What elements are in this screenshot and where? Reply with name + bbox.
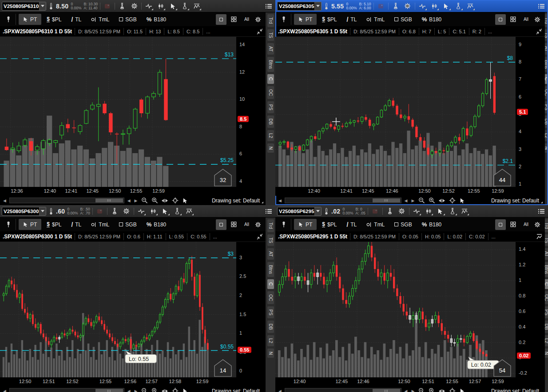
scrollbar-thumb[interactable] xyxy=(95,198,123,202)
chart-scrollbar[interactable] xyxy=(9,198,124,203)
toolbar-gear-icon[interactable] xyxy=(253,14,263,25)
chart-scrollbar[interactable] xyxy=(285,388,401,392)
chart-scrollbar[interactable] xyxy=(285,198,401,203)
cursor-tool-icon[interactable] xyxy=(160,207,170,216)
pt-tool-button[interactable]: PT xyxy=(294,14,317,25)
collapse-icon[interactable] xyxy=(254,28,266,35)
single-cell-layout-button[interactable] xyxy=(495,219,506,230)
chevron-down-icon[interactable] xyxy=(39,207,46,215)
sidebar-tab-c[interactable]: C xyxy=(545,74,548,83)
sidebar-tab-ts[interactable]: TS xyxy=(545,29,548,41)
sidebar-tab-oc[interactable]: OC xyxy=(267,86,274,99)
sidebar-tab-ts[interactable]: TS xyxy=(545,234,548,246)
sgb-tool-button[interactable]: SGB xyxy=(390,219,416,230)
notes-icon[interactable] xyxy=(376,2,386,11)
tml-tool-button[interactable]: TmL xyxy=(362,14,389,25)
sgb-tool-button[interactable]: SGB xyxy=(390,14,416,25)
grid-layout-icon[interactable] xyxy=(229,14,239,25)
sidebar-tab-btns[interactable]: Btns xyxy=(545,57,548,72)
sidebar-tab-at[interactable]: AT xyxy=(545,43,548,55)
drawings-icon[interactable] xyxy=(465,2,475,11)
analyze-flask-icon[interactable] xyxy=(110,207,119,216)
chevron-down-icon[interactable] xyxy=(314,207,321,215)
pan-horizontal-icon[interactable] xyxy=(161,197,169,205)
b180-tool-button[interactable]: %B180 xyxy=(142,14,171,25)
step-left-icon[interactable]: ◀ xyxy=(127,198,131,203)
sidebar-tab-db[interactable]: DB xyxy=(545,115,548,128)
sidebar-tab-c[interactable]: C xyxy=(267,279,274,289)
settings-gear-icon[interactable] xyxy=(397,207,407,216)
settings-gear-icon[interactable] xyxy=(122,207,131,216)
pin-icon[interactable] xyxy=(1,14,16,25)
grid-layout-icon[interactable] xyxy=(508,219,519,230)
toolbar-gear-icon[interactable] xyxy=(532,14,543,25)
chart-plot[interactable]: $3$0.55Lo: 0.5514 xyxy=(0,242,236,377)
sidebar-tab-trd[interactable]: Trd xyxy=(267,219,274,232)
sidebar-tab-trd[interactable]: Trd xyxy=(267,14,274,27)
zoom-in-icon[interactable] xyxy=(151,387,159,392)
time-axis[interactable]: 12:3612:4012:4112:4512:5012:5512:59 xyxy=(0,187,266,196)
sidebar-tab-at[interactable]: AT xyxy=(545,248,548,260)
zoom-out-icon[interactable] xyxy=(417,387,425,392)
sidebar-tab-ts[interactable]: TS xyxy=(267,234,274,246)
sidebar-tab-btns[interactable]: Btns xyxy=(267,57,274,72)
single-cell-layout-button[interactable] xyxy=(216,219,226,230)
price-axis[interactable]: 9876543215.1 xyxy=(516,37,545,187)
pattern-icon[interactable] xyxy=(148,207,158,216)
symbol-dropdown[interactable]: V250805P6295 xyxy=(277,207,322,216)
symbol-dropdown[interactable]: V250805P6300 xyxy=(2,207,46,216)
cursor-icon[interactable] xyxy=(458,387,466,392)
studies-icon[interactable] xyxy=(144,2,154,11)
studies-icon[interactable] xyxy=(417,2,427,11)
sidebar-tab-ts[interactable]: TS xyxy=(267,29,274,41)
scroll-left-arrow-icon[interactable]: ◀ xyxy=(278,389,282,392)
all-button[interactable]: All xyxy=(242,222,252,227)
spl-tool-button[interactable]: $$PL xyxy=(318,219,341,230)
pattern-icon[interactable] xyxy=(429,2,439,11)
price-axis[interactable]: 1.41.210.80.60.40.20-0.20.02 xyxy=(516,242,545,377)
step-right-icon[interactable]: ▶ xyxy=(411,389,416,392)
chart-menu-icon[interactable] xyxy=(264,207,274,216)
sidebar-tab-db[interactable]: DB xyxy=(267,321,274,333)
crosshair-target-icon[interactable] xyxy=(171,197,179,205)
cursor-icon[interactable] xyxy=(458,197,466,205)
time-axis[interactable]: 12:4012:4512:4612:5012:5112:5512:5712:59 xyxy=(275,377,545,386)
chevron-down-icon[interactable] xyxy=(314,2,321,10)
pin-icon[interactable] xyxy=(276,14,291,25)
sidebar-tab-n[interactable]: N xyxy=(545,143,548,153)
sgb-tool-button[interactable]: SGB xyxy=(115,14,141,25)
sidebar-tab-c[interactable]: C xyxy=(267,74,274,83)
sidebar-tab-c[interactable]: C xyxy=(545,279,548,289)
sidebar-tab-l2[interactable]: L2 xyxy=(545,130,548,141)
zoom-in-icon[interactable] xyxy=(151,197,159,205)
cursor-icon[interactable] xyxy=(181,387,189,392)
step-right-icon[interactable]: ▶ xyxy=(134,389,139,392)
price-axis[interactable]: 1412108648.5 xyxy=(236,37,266,187)
settings-gear-icon[interactable] xyxy=(403,2,413,11)
time-axis[interactable]: 12:5012:5112:5212:5512:5612:5712:5812:59 xyxy=(0,377,266,386)
sidebar-tab-trd[interactable]: Trd xyxy=(545,219,548,232)
all-button[interactable]: All xyxy=(242,17,252,22)
grid-layout-icon[interactable] xyxy=(508,14,519,25)
b180-tool-button[interactable]: %B180 xyxy=(142,219,171,230)
pt-tool-button[interactable]: PT xyxy=(19,14,41,25)
sidebar-tab-oc[interactable]: OC xyxy=(267,291,274,304)
spl-tool-button[interactable]: $$PL xyxy=(42,219,66,230)
zoom-out-icon[interactable] xyxy=(417,197,425,205)
single-cell-layout-button[interactable] xyxy=(216,14,226,25)
tml-tool-button[interactable]: TmL xyxy=(362,219,389,230)
cursor-tool-icon[interactable] xyxy=(436,207,445,216)
scroll-left-arrow-icon[interactable]: ◀ xyxy=(278,198,282,203)
pt-tool-button[interactable]: PT xyxy=(294,219,317,230)
pan-horizontal-icon[interactable] xyxy=(438,197,446,205)
tl-tool-button[interactable]: /TL xyxy=(342,14,361,25)
sidebar-tab-db[interactable]: DB xyxy=(267,115,274,128)
spl-tool-button[interactable]: $$PL xyxy=(318,14,341,25)
pattern-icon[interactable] xyxy=(424,207,433,216)
sidebar-tab-l2[interactable]: L2 xyxy=(545,335,548,346)
scrollbar-thumb[interactable] xyxy=(373,389,400,392)
pt-tool-button[interactable]: PT xyxy=(19,219,41,230)
grid-layout-icon[interactable] xyxy=(229,219,239,230)
sidebar-tab-l2[interactable]: L2 xyxy=(267,130,274,141)
chart-scrollbar[interactable] xyxy=(9,388,124,392)
